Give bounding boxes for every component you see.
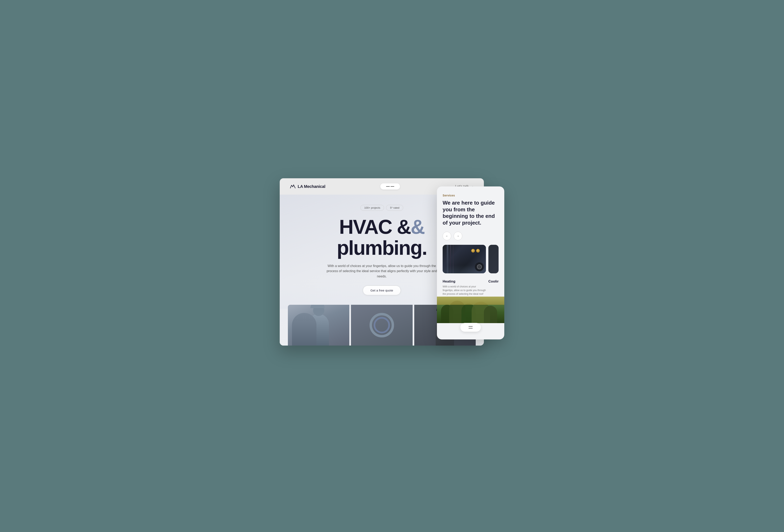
side-panel: Services We are here to guide you from t… <box>437 186 504 339</box>
ampersand: & <box>411 216 424 238</box>
services-heading: We are here to guide you from the beginn… <box>443 200 499 226</box>
mobile-menu-button[interactable] <box>460 323 481 332</box>
heating-service-name: Heating <box>443 279 486 284</box>
logo-text: LA Mechanical <box>298 184 325 189</box>
hamburger-icon <box>386 186 390 187</box>
badges-row: 100+ projects 5* rated <box>360 205 403 211</box>
badge-projects: 100+ projects <box>360 205 384 211</box>
side-panel-outdoor-image <box>437 297 504 323</box>
badge-rating: 5* rated <box>386 205 403 211</box>
hero-headline-line1: HVAC && <box>337 216 427 237</box>
mobile-hamburger-icon <box>469 328 473 328</box>
hero-headline-line2: plumbing. <box>337 237 427 259</box>
pipe-fitting-deco <box>471 249 480 253</box>
tree-decoration <box>437 297 504 323</box>
prev-arrow-button[interactable]: ← <box>443 232 451 240</box>
logo-icon <box>290 184 296 188</box>
service-cards-row: Heating With a world of choices at your … <box>443 245 499 303</box>
mobile-hamburger-icon <box>469 326 473 327</box>
service-card-heating: Heating With a world of choices at your … <box>443 245 486 303</box>
prev-arrow-icon: ← <box>446 234 448 238</box>
heating-card-image <box>443 245 486 273</box>
next-arrow-icon: → <box>456 234 459 238</box>
heating-card-visual <box>443 245 486 273</box>
nav-arrows: ← → <box>443 232 499 240</box>
card-settings-icon <box>475 262 484 271</box>
menu-button[interactable] <box>381 183 400 189</box>
next-arrow-button[interactable]: → <box>454 232 462 240</box>
cooling-service-info: Cooling <box>488 276 499 284</box>
logo: LA Mechanical <box>290 184 325 189</box>
cta-button[interactable]: Get a free quote <box>363 286 401 295</box>
bottom-image-2 <box>351 305 413 346</box>
hero-title: HVAC && plumbing. <box>337 216 427 259</box>
side-panel-content: Services We are here to guide you from t… <box>437 186 504 311</box>
hamburger-icon <box>391 186 394 187</box>
bottom-image-1 <box>288 305 349 346</box>
hero-subtitle: With a world of choices at your fingerti… <box>323 263 441 279</box>
scene: LA Mechanical Let's talk → 100+ projects… <box>280 178 504 354</box>
cooling-card-image <box>488 245 499 273</box>
services-section-label: Services <box>443 194 499 197</box>
cooling-service-name: Cooling <box>488 279 499 284</box>
mobile-bottom-bar <box>437 321 504 333</box>
service-card-cooling-partial: Cooling <box>488 245 499 303</box>
